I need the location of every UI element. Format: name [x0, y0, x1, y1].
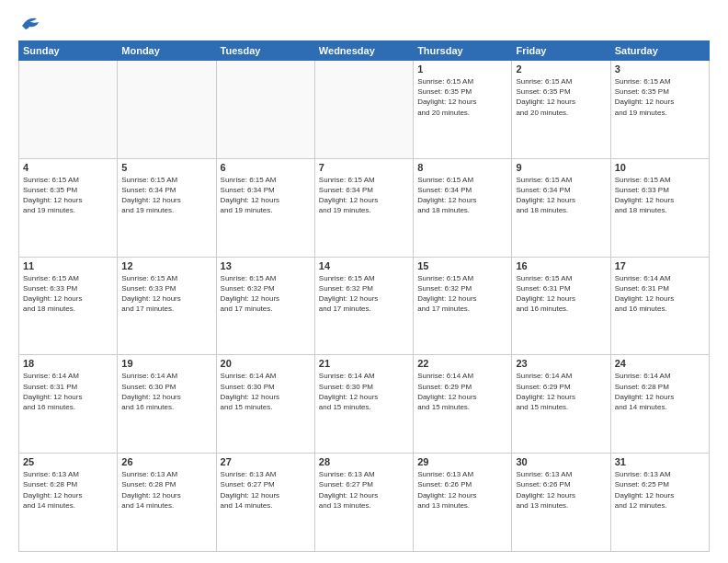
day-info: Sunrise: 6:14 AMSunset: 6:31 PMDaylight:…: [615, 273, 705, 315]
day-number: 13: [221, 260, 311, 271]
day-info: Sunrise: 6:15 AMSunset: 6:34 PMDaylight:…: [516, 175, 606, 216]
day-header-wednesday: Wednesday: [314, 41, 413, 61]
calendar-cell: [216, 61, 314, 159]
calendar-cell: 14Sunrise: 6:15 AMSunset: 6:32 PMDayligh…: [314, 257, 413, 355]
calendar-cell: 15Sunrise: 6:15 AMSunset: 6:32 PMDayligh…: [414, 257, 512, 355]
calendar-cell: 18Sunrise: 6:14 AMSunset: 6:31 PMDayligh…: [19, 355, 118, 454]
calendar-cell: 24Sunrise: 6:14 AMSunset: 6:28 PMDayligh…: [610, 355, 709, 454]
calendar-cell: 19Sunrise: 6:14 AMSunset: 6:30 PMDayligh…: [118, 355, 216, 454]
day-info: Sunrise: 6:15 AMSunset: 6:35 PMDaylight:…: [615, 76, 705, 118]
day-header-friday: Friday: [512, 41, 610, 61]
calendar-cell: 2Sunrise: 6:15 AMSunset: 6:35 PMDaylight…: [512, 61, 610, 159]
calendar-cell: 23Sunrise: 6:14 AMSunset: 6:29 PMDayligh…: [512, 355, 610, 454]
calendar-cell: 10Sunrise: 6:15 AMSunset: 6:33 PMDayligh…: [610, 158, 709, 257]
day-number: 30: [516, 456, 606, 467]
week-row-2: 4Sunrise: 6:15 AMSunset: 6:35 PMDaylight…: [19, 158, 710, 257]
day-number: 1: [417, 63, 507, 75]
day-info: Sunrise: 6:14 AMSunset: 6:31 PMDaylight:…: [23, 371, 113, 412]
day-info: Sunrise: 6:13 AMSunset: 6:26 PMDaylight:…: [516, 469, 606, 511]
day-number: 24: [615, 358, 705, 369]
calendar-cell: 8Sunrise: 6:15 AMSunset: 6:34 PMDaylight…: [414, 158, 512, 257]
day-info: Sunrise: 6:15 AMSunset: 6:33 PMDaylight:…: [23, 273, 113, 315]
day-number: 11: [23, 260, 113, 271]
day-number: 6: [221, 162, 311, 173]
day-info: Sunrise: 6:15 AMSunset: 6:32 PMDaylight:…: [221, 273, 311, 315]
day-info: Sunrise: 6:15 AMSunset: 6:32 PMDaylight:…: [319, 273, 409, 315]
calendar-cell: 25Sunrise: 6:13 AMSunset: 6:28 PMDayligh…: [19, 454, 118, 552]
day-number: 7: [319, 162, 409, 173]
day-number: 20: [221, 358, 311, 369]
day-header-tuesday: Tuesday: [216, 41, 314, 61]
day-info: Sunrise: 6:15 AMSunset: 6:35 PMDaylight:…: [23, 175, 113, 216]
day-info: Sunrise: 6:13 AMSunset: 6:27 PMDaylight:…: [221, 469, 311, 511]
day-info: Sunrise: 6:15 AMSunset: 6:34 PMDaylight:…: [121, 175, 211, 216]
day-number: 29: [417, 456, 507, 467]
calendar-cell: 29Sunrise: 6:13 AMSunset: 6:26 PMDayligh…: [414, 454, 512, 552]
day-info: Sunrise: 6:15 AMSunset: 6:34 PMDaylight:…: [221, 175, 311, 216]
calendar-cell: 6Sunrise: 6:15 AMSunset: 6:34 PMDaylight…: [216, 158, 314, 257]
calendar-cell: 9Sunrise: 6:15 AMSunset: 6:34 PMDaylight…: [512, 158, 610, 257]
day-info: Sunrise: 6:15 AMSunset: 6:33 PMDaylight:…: [615, 175, 705, 216]
calendar-cell: [314, 61, 413, 159]
week-row-4: 18Sunrise: 6:14 AMSunset: 6:31 PMDayligh…: [19, 355, 710, 454]
day-info: Sunrise: 6:15 AMSunset: 6:35 PMDaylight:…: [417, 76, 507, 118]
week-row-5: 25Sunrise: 6:13 AMSunset: 6:28 PMDayligh…: [19, 454, 710, 552]
calendar-cell: 30Sunrise: 6:13 AMSunset: 6:26 PMDayligh…: [512, 454, 610, 552]
logo: [18, 15, 40, 31]
day-number: 5: [121, 162, 211, 173]
calendar-cell: 11Sunrise: 6:15 AMSunset: 6:33 PMDayligh…: [19, 257, 118, 355]
calendar-cell: 28Sunrise: 6:13 AMSunset: 6:27 PMDayligh…: [314, 454, 413, 552]
day-number: 27: [221, 456, 311, 467]
day-info: Sunrise: 6:14 AMSunset: 6:28 PMDaylight:…: [615, 371, 705, 412]
day-header-thursday: Thursday: [414, 41, 512, 61]
day-number: 16: [516, 260, 606, 271]
day-info: Sunrise: 6:13 AMSunset: 6:26 PMDaylight:…: [417, 469, 507, 511]
day-info: Sunrise: 6:14 AMSunset: 6:30 PMDaylight:…: [221, 371, 311, 412]
day-number: 14: [319, 260, 409, 271]
day-info: Sunrise: 6:15 AMSunset: 6:31 PMDaylight:…: [516, 273, 606, 315]
calendar-cell: [118, 61, 216, 159]
day-info: Sunrise: 6:13 AMSunset: 6:27 PMDaylight:…: [319, 469, 409, 511]
day-info: Sunrise: 6:15 AMSunset: 6:33 PMDaylight:…: [121, 273, 211, 315]
day-info: Sunrise: 6:13 AMSunset: 6:28 PMDaylight:…: [23, 469, 113, 511]
calendar-cell: 17Sunrise: 6:14 AMSunset: 6:31 PMDayligh…: [610, 257, 709, 355]
day-number: 31: [615, 456, 705, 467]
day-header-monday: Monday: [118, 41, 216, 61]
day-number: 9: [516, 162, 606, 173]
day-number: 22: [417, 358, 507, 369]
calendar-cell: 7Sunrise: 6:15 AMSunset: 6:34 PMDaylight…: [314, 158, 413, 257]
day-number: 3: [615, 63, 705, 75]
calendar-cell: 21Sunrise: 6:14 AMSunset: 6:30 PMDayligh…: [314, 355, 413, 454]
day-number: 28: [319, 456, 409, 467]
week-row-1: 1Sunrise: 6:15 AMSunset: 6:35 PMDaylight…: [19, 61, 710, 159]
day-info: Sunrise: 6:13 AMSunset: 6:25 PMDaylight:…: [615, 469, 705, 511]
day-number: 12: [121, 260, 211, 271]
day-headers-row: SundayMondayTuesdayWednesdayThursdayFrid…: [19, 41, 710, 61]
day-info: Sunrise: 6:13 AMSunset: 6:28 PMDaylight:…: [121, 469, 211, 511]
day-number: 23: [516, 358, 606, 369]
calendar-cell: 27Sunrise: 6:13 AMSunset: 6:27 PMDayligh…: [216, 454, 314, 552]
header: [18, 15, 710, 31]
calendar-cell: [19, 61, 118, 159]
day-number: 15: [417, 260, 507, 271]
day-number: 18: [23, 358, 113, 369]
calendar-table: SundayMondayTuesdayWednesdayThursdayFrid…: [18, 40, 710, 552]
day-info: Sunrise: 6:14 AMSunset: 6:30 PMDaylight:…: [121, 371, 211, 412]
day-info: Sunrise: 6:15 AMSunset: 6:34 PMDaylight:…: [319, 175, 409, 216]
day-number: 2: [516, 63, 606, 75]
day-number: 4: [23, 162, 113, 173]
calendar-cell: 26Sunrise: 6:13 AMSunset: 6:28 PMDayligh…: [118, 454, 216, 552]
day-info: Sunrise: 6:14 AMSunset: 6:30 PMDaylight:…: [319, 371, 409, 412]
calendar-cell: 13Sunrise: 6:15 AMSunset: 6:32 PMDayligh…: [216, 257, 314, 355]
day-number: 17: [615, 260, 705, 271]
calendar-cell: 22Sunrise: 6:14 AMSunset: 6:29 PMDayligh…: [414, 355, 512, 454]
day-number: 19: [121, 358, 211, 369]
logo-bird-icon: [20, 15, 40, 31]
day-info: Sunrise: 6:14 AMSunset: 6:29 PMDaylight:…: [516, 371, 606, 412]
calendar-cell: 4Sunrise: 6:15 AMSunset: 6:35 PMDaylight…: [19, 158, 118, 257]
calendar-cell: 20Sunrise: 6:14 AMSunset: 6:30 PMDayligh…: [216, 355, 314, 454]
day-number: 21: [319, 358, 409, 369]
calendar-cell: 16Sunrise: 6:15 AMSunset: 6:31 PMDayligh…: [512, 257, 610, 355]
day-info: Sunrise: 6:15 AMSunset: 6:32 PMDaylight:…: [417, 273, 507, 315]
page: SundayMondayTuesdayWednesdayThursdayFrid…: [0, 0, 728, 563]
